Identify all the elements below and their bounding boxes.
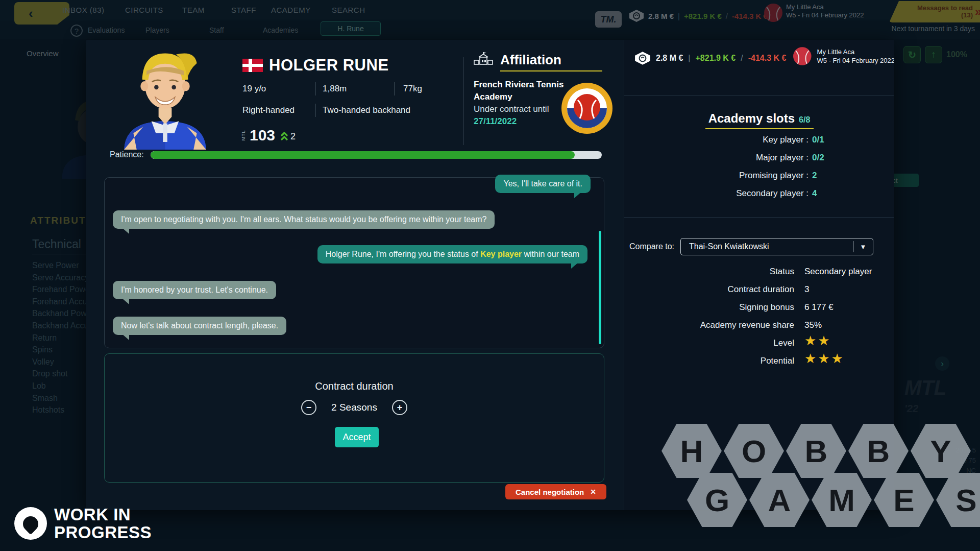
player-name: HOLGER RUNE bbox=[269, 56, 389, 75]
hex-letter: A bbox=[749, 473, 810, 527]
player-height: 1,88m bbox=[323, 84, 347, 94]
academy-crest-icon bbox=[560, 82, 614, 137]
player-backhand: Two-handed backhand bbox=[323, 105, 410, 115]
compare-row-duration: Contract duration 3 bbox=[624, 284, 894, 295]
slots-underline bbox=[705, 128, 814, 129]
panel-divider bbox=[624, 217, 894, 218]
player-weight: 77kg bbox=[403, 84, 422, 94]
stat-divider bbox=[315, 104, 315, 117]
cancel-label: Cancel negotiation bbox=[516, 488, 584, 496]
player-negotiation-panel: HOLGER RUNE 19 y/o 1,88m 77kg Right-hand… bbox=[86, 40, 624, 510]
player-portrait bbox=[110, 35, 220, 152]
game-date: W5 - Fri 04 February 2022 bbox=[817, 56, 894, 65]
compare-row-level: Level ★★ bbox=[624, 338, 894, 348]
panel-divider bbox=[624, 95, 894, 95]
panel-profile: My Little Aca W5 - Fri 04 February 2022 bbox=[793, 46, 894, 66]
game-screen: ‹ INBOX (83) CIRCUITS TEAM STAFF ACADEMY… bbox=[0, 0, 980, 551]
potential-stars: ★★★ bbox=[804, 354, 845, 366]
hex-letter: Y bbox=[911, 424, 971, 478]
chat-bubble-manager: Holger Rune, I'm offering you the status… bbox=[317, 245, 587, 263]
accept-button[interactable]: Accept bbox=[335, 427, 379, 447]
wip-line1: WORK IN bbox=[54, 506, 152, 523]
hex-letter: E bbox=[874, 473, 934, 527]
tennis-ball-avatar-icon bbox=[793, 46, 812, 66]
compare-row-status: Status Secondary player bbox=[624, 267, 894, 277]
affiliation-title: Affiliation bbox=[500, 52, 602, 68]
wip-line2: PROGRESS bbox=[54, 523, 152, 541]
academy-name: My Little Aca bbox=[817, 47, 894, 56]
hex-letter: H bbox=[662, 424, 722, 478]
money-icon bbox=[634, 51, 651, 65]
hex-letter: S bbox=[936, 473, 980, 527]
hobby-games-watermark: H O B B Y G A M E S bbox=[662, 424, 980, 546]
patience-bar-fill bbox=[151, 151, 575, 159]
chat-scrollbar[interactable] bbox=[599, 231, 601, 344]
cancel-negotiation-button[interactable]: Cancel negotiation ✕ bbox=[505, 484, 606, 499]
ranking-change: 2 bbox=[290, 131, 296, 142]
decrease-duration-button[interactable]: − bbox=[301, 400, 316, 415]
chat-bubble-player: I'm honored by your trust. Let's continu… bbox=[113, 281, 276, 299]
hex-letter: B bbox=[848, 424, 909, 478]
contract-offer-panel: Contract duration − 2 Seasons + Accept bbox=[104, 353, 604, 483]
balance: 2.8 M € bbox=[656, 54, 683, 63]
hex-letter: O bbox=[724, 424, 784, 478]
chat-bubble-manager: Yes, I'll take care of it. bbox=[495, 175, 591, 193]
patience-label: Patience: bbox=[110, 150, 151, 159]
slots-count: 6/8 bbox=[799, 115, 810, 124]
slot-row-key: Key player : 0/1 bbox=[624, 135, 894, 145]
duration-value: 2 Seasons bbox=[324, 402, 385, 413]
player-age: 19 y/o bbox=[242, 84, 266, 94]
ranking-up-icon bbox=[280, 132, 288, 141]
key-player-highlight: Key player bbox=[480, 250, 522, 258]
chat-bubble-player: Now let's talk about contract length, pl… bbox=[113, 317, 286, 335]
player-ranking: 103 bbox=[250, 127, 275, 144]
compare-row-revenue: Academy revenue share 35% bbox=[624, 320, 894, 330]
work-in-progress-watermark: WORK IN PROGRESS bbox=[14, 506, 152, 541]
finance-separator: / bbox=[741, 54, 743, 63]
compare-row-bonus: Signing bonus 6 177 € bbox=[624, 302, 894, 313]
header-divider bbox=[463, 57, 463, 145]
hex-letter: G bbox=[687, 473, 747, 527]
patience-bar bbox=[151, 151, 602, 159]
studio-logo-icon bbox=[14, 507, 47, 540]
affiliation-underline bbox=[500, 70, 602, 71]
hex-letter: M bbox=[812, 473, 872, 527]
ranking-type-label: MTL bbox=[241, 130, 246, 141]
compare-player-dropdown[interactable]: Thai-Son Kwiatkowski ▼ bbox=[680, 238, 873, 255]
chat-bubble-player: I'm open to negotiating with you. I'm al… bbox=[113, 210, 495, 229]
selected-player: Thai-Son Kwiatkowski bbox=[681, 242, 853, 251]
increase-duration-button[interactable]: + bbox=[392, 400, 407, 415]
slot-row-promising: Promising player : 2 bbox=[624, 171, 894, 181]
compare-to-label: Compare to: bbox=[629, 242, 674, 251]
finance-separator: | bbox=[688, 54, 690, 63]
panel-finance: 2.8 M € | +821.9 K € / -414.3 K € bbox=[634, 51, 786, 65]
stat-divider bbox=[315, 82, 315, 95]
compare-row-potential: Potential ★★★ bbox=[624, 356, 894, 366]
close-icon: ✕ bbox=[590, 488, 596, 496]
chevron-down-icon: ▼ bbox=[853, 243, 873, 251]
hex-letter: B bbox=[786, 424, 846, 478]
negotiation-chat-panel: Yes, I'll take care of it. I'm open to n… bbox=[104, 177, 604, 348]
slot-row-secondary: Secondary player : 4 bbox=[624, 188, 894, 199]
expense: -414.3 K € bbox=[748, 54, 787, 63]
academy-building-icon bbox=[474, 52, 493, 68]
player-handedness: Right-handed bbox=[242, 105, 295, 115]
level-stars: ★★ bbox=[804, 336, 831, 348]
contract-duration-title: Contract duration bbox=[105, 380, 604, 392]
income: +821.9 K € bbox=[696, 54, 736, 63]
stat-divider bbox=[395, 82, 395, 95]
academy-slots-title: Academy slots6/8 bbox=[624, 111, 894, 126]
slot-row-major: Major player : 0/2 bbox=[624, 153, 894, 163]
denmark-flag-icon bbox=[242, 59, 263, 72]
